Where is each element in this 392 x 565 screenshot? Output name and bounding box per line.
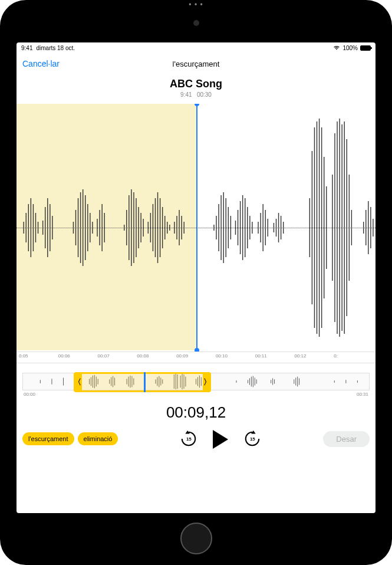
ruler-tick: 00:11 (255, 353, 295, 362)
ruler-tick: 00:10 (216, 353, 255, 362)
save-button[interactable]: Desar (323, 431, 370, 447)
playhead-large[interactable] (196, 104, 197, 350)
ruler-tick: 0:05 (19, 353, 58, 362)
ruler-tick: 00:06 (58, 353, 98, 362)
overview-start-label: 00:00 (24, 392, 35, 397)
recording-name[interactable]: ABC Song (17, 78, 375, 90)
home-button[interactable] (180, 523, 212, 554)
trim-handle-right[interactable]: 〉 (203, 372, 211, 392)
skip-forward-button[interactable]: 15 (243, 430, 261, 448)
trim-button[interactable]: l'escurçament (22, 432, 74, 445)
screen: • • • 9:41 dimarts 18 oct. 100% Cancel·l… (17, 42, 375, 513)
ipad-device-frame: • • • 9:41 dimarts 18 oct. 100% Cancel·l… (0, 0, 392, 565)
playhead-overview[interactable] (144, 372, 146, 392)
ruler-tick: 0: (334, 353, 373, 362)
current-time: 00:09,12 (17, 398, 375, 425)
ruler-tick: 00:07 (98, 353, 137, 362)
trim-handle-left[interactable]: 〈 (74, 372, 82, 392)
wifi-icon (333, 45, 340, 51)
nav-bar: Cancel·lar l'escurçament (17, 53, 375, 74)
recording-meta: 9:41 00:30 (17, 91, 375, 98)
play-button[interactable] (213, 430, 228, 449)
device-camera (193, 20, 199, 26)
skip-back-button[interactable]: 15 (180, 430, 197, 448)
overview-strip[interactable]: 〈 〉 (22, 373, 370, 390)
battery-icon (360, 45, 371, 51)
waveform-ruler: 0:0500:0600:0700:0800:0900:1000:1100:120… (17, 352, 375, 363)
skip-back-seconds: 15 (186, 436, 192, 442)
ruler-tick: 00:12 (294, 353, 334, 362)
skip-forward-seconds: 15 (250, 436, 255, 442)
controls-bar: l'escurçament eliminació 15 15 Desar (17, 425, 375, 459)
status-time: 9:41 (21, 45, 32, 51)
chevron-left-icon: 〈 (74, 377, 81, 387)
overview-end-label: 00:31 (357, 392, 368, 397)
delete-button[interactable]: eliminació (78, 432, 118, 445)
recording-meta-time: 9:41 (180, 91, 192, 98)
overview-selection[interactable] (82, 372, 203, 392)
recording-meta-duration: 00:30 (197, 91, 212, 98)
nav-title: l'escurçament (173, 60, 220, 68)
status-date: dimarts 18 oct. (36, 45, 75, 51)
waveform-large[interactable] (17, 104, 375, 352)
waveform-overview[interactable]: 〈 〉 00:00 00:31 (22, 370, 370, 398)
battery-percent: 100% (342, 45, 358, 51)
chevron-right-icon: 〉 (203, 377, 211, 387)
recording-header: ABC Song 9:41 00:30 (17, 74, 375, 104)
ruler-tick: 00:09 (176, 353, 216, 362)
status-bar: • • • 9:41 dimarts 18 oct. 100% (17, 42, 375, 53)
ruler-tick: 00:08 (137, 353, 176, 362)
cancel-button[interactable]: Cancel·lar (22, 59, 60, 68)
